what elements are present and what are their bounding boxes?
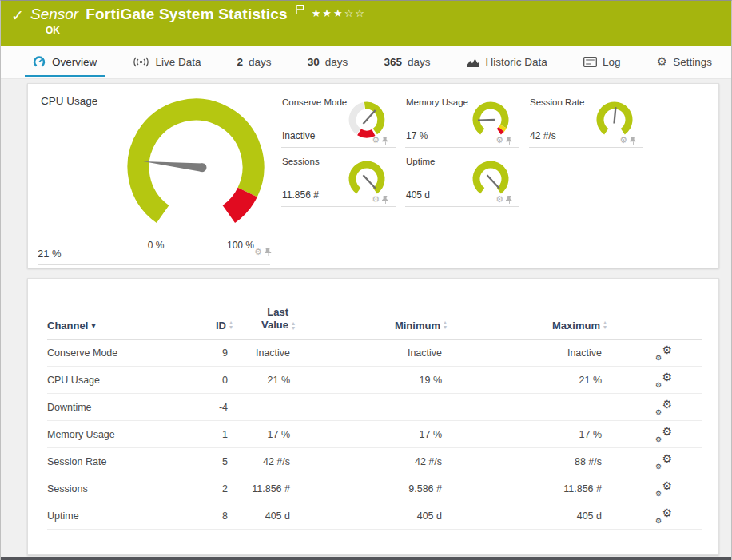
- memory-usage-gauge: [470, 97, 511, 139]
- priority-stars[interactable]: ★★★☆☆: [312, 7, 366, 19]
- gauge-title: Conserve Mode: [282, 97, 347, 107]
- column-header-last-value[interactable]: Last Value ▴▾: [233, 306, 295, 332]
- channel-id: 1: [183, 429, 233, 440]
- gear-icon[interactable]: ⚙: [619, 136, 627, 145]
- last-value: 11.856 #: [233, 483, 295, 494]
- table-header-row: Channel ▾ ID ▴▾ Last Value ▴▾ Minimum ▴▾…: [47, 300, 702, 340]
- gauge-value: 17 %: [406, 130, 428, 141]
- tab-label: Settings: [673, 56, 712, 68]
- column-header-maximum[interactable]: Maximum ▴▾: [447, 320, 607, 332]
- cpu-gauge-value: 21 %: [38, 248, 62, 260]
- channel-name[interactable]: Conserve Mode: [47, 348, 183, 359]
- tab-log[interactable]: Log: [575, 46, 629, 79]
- gauge-icon: [33, 55, 46, 69]
- last-value: 42 #/s: [233, 456, 295, 467]
- gear-icon[interactable]: ⚙: [495, 136, 503, 145]
- last-value: 405 d: [233, 510, 295, 522]
- maximum-value: 405 d: [447, 510, 607, 522]
- tab-settings[interactable]: ⚙ Settings: [649, 46, 720, 79]
- flag-icon[interactable]: [295, 3, 304, 18]
- minimum-value: 42 #/s: [295, 456, 447, 467]
- tab-live-data[interactable]: Live Data: [125, 46, 209, 79]
- sort-icon: ▴▾: [603, 320, 607, 330]
- channel-name[interactable]: Uptime: [47, 510, 183, 522]
- maximum-value: 11.856 #: [447, 483, 607, 494]
- channel-settings-icon[interactable]: ⚙⚙: [654, 345, 672, 360]
- sensor-kind-label: Sensor: [30, 6, 78, 23]
- gauge-value: 405 d: [406, 189, 430, 201]
- pin-icon[interactable]: [630, 137, 637, 145]
- gear-icon[interactable]: ⚙: [495, 195, 503, 204]
- tab-365-days[interactable]: 365 days: [376, 46, 438, 79]
- pin-icon[interactable]: [382, 196, 389, 204]
- channel-settings-icon[interactable]: ⚙⚙: [654, 481, 672, 496]
- channel-id: 5: [183, 456, 233, 467]
- sort-icon: ▴▾: [292, 321, 295, 331]
- gear-icon[interactable]: ⚙: [254, 248, 262, 256]
- status-badge: OK: [46, 25, 60, 36]
- gauge-cell-uptime: Uptime 405 d ⚙: [405, 153, 519, 207]
- maximum-value: 21 %: [447, 375, 607, 386]
- maximum-value: 17 %: [447, 429, 607, 440]
- channel-settings-icon[interactable]: ⚙⚙: [654, 427, 672, 442]
- pin-icon[interactable]: [265, 248, 273, 256]
- channel-settings-icon[interactable]: ⚙⚙: [654, 372, 672, 387]
- last-value: 21 %: [233, 375, 295, 386]
- column-header-channel[interactable]: Channel ▾: [47, 320, 183, 332]
- conserve-mode-gauge: [346, 97, 388, 139]
- tab-bar: Overview Live Data 2 days 30 days 365 da…: [1, 46, 731, 79]
- gear-icon[interactable]: ⚙: [372, 136, 380, 145]
- sort-icon: ▴▾: [444, 320, 447, 330]
- maximum-value: 88 #/s: [447, 456, 607, 467]
- tab-30-days[interactable]: 30 days: [300, 46, 356, 79]
- uptime-gauge: [470, 157, 511, 198]
- pin-icon[interactable]: [506, 196, 513, 204]
- column-label: Channel: [47, 320, 88, 332]
- channel-settings-icon[interactable]: ⚙⚙: [654, 454, 672, 469]
- tab-label: Log: [603, 56, 621, 68]
- gauge-title: Memory Usage: [406, 97, 468, 107]
- gear-icon[interactable]: ⚙: [372, 195, 380, 204]
- channel-id: -4: [183, 402, 233, 413]
- channel-id: 9: [183, 348, 233, 359]
- cpu-scale-min: 0 %: [140, 240, 172, 251]
- tab-2-days[interactable]: 2 days: [229, 46, 280, 79]
- minimum-value: Inactive: [295, 348, 447, 359]
- channel-name[interactable]: CPU Usage: [47, 375, 183, 386]
- channel-name[interactable]: Memory Usage: [47, 429, 183, 440]
- channel-name[interactable]: Session Rate: [47, 456, 183, 467]
- column-label: Maximum: [552, 320, 600, 332]
- table-row: Sessions 2 11.856 # 9.586 # 11.856 # ⚙⚙: [47, 475, 702, 502]
- channel-name[interactable]: Sessions: [47, 483, 183, 494]
- channel-name[interactable]: Downtime: [47, 402, 183, 413]
- tab-overview[interactable]: Overview: [25, 46, 105, 79]
- area-chart-icon: [467, 57, 480, 68]
- gauge-title: Sessions: [282, 157, 320, 166]
- gauge-title: Uptime: [406, 157, 435, 166]
- cpu-gauge-title: CPU Usage: [41, 95, 97, 107]
- gauge-title: Session Rate: [530, 97, 584, 107]
- pin-icon[interactable]: [506, 137, 513, 145]
- minimum-value: 19 %: [295, 375, 447, 386]
- tab-label-number: 30: [308, 56, 320, 68]
- page-title: FortiGate System Statistics: [86, 6, 287, 23]
- channel-settings-icon[interactable]: ⚙⚙: [654, 508, 672, 523]
- table-row: Memory Usage 1 17 % 17 % 17 % ⚙⚙: [47, 421, 702, 448]
- minimum-value: 405 d: [295, 510, 447, 522]
- channel-id: 0: [183, 375, 233, 386]
- app-window: ✓ Sensor FortiGate System Statistics ★★★…: [0, 0, 732, 560]
- sensor-header: ✓ Sensor FortiGate System Statistics ★★★…: [1, 1, 731, 46]
- channels-table-panel: Channel ▾ ID ▴▾ Last Value ▴▾ Minimum ▴▾…: [27, 278, 719, 555]
- pin-icon[interactable]: [382, 137, 389, 145]
- tab-label: Historic Data: [486, 56, 547, 68]
- table-row: CPU Usage 0 21 % 19 % 21 % ⚙⚙: [47, 367, 702, 394]
- column-header-id[interactable]: ID ▴▾: [183, 320, 233, 332]
- sort-desc-icon: ▾: [91, 320, 96, 331]
- column-header-minimum[interactable]: Minimum ▴▾: [295, 320, 447, 332]
- last-value: 17 %: [233, 429, 295, 440]
- table-row: Uptime 8 405 d 405 d 405 d ⚙⚙: [47, 502, 702, 530]
- column-label: ID: [216, 320, 226, 332]
- tab-historic-data[interactable]: Historic Data: [459, 46, 555, 79]
- gauge-value: 11.856 #: [282, 189, 319, 201]
- channel-settings-icon[interactable]: ⚙⚙: [654, 399, 672, 415]
